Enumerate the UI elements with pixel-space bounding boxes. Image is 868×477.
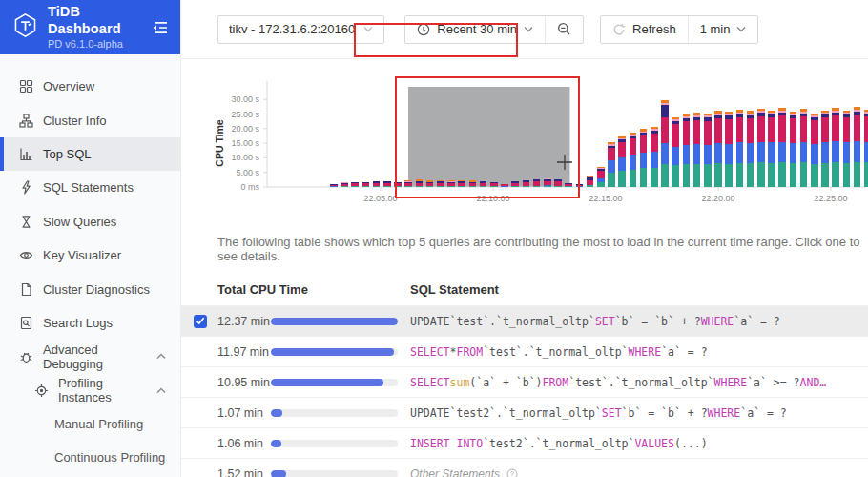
- chart-bar-segment: [426, 186, 434, 187]
- chart-bar-segment: [683, 121, 691, 145]
- sidebar-item-cluster-info[interactable]: Cluster Info: [0, 103, 180, 136]
- chart-bar-segment: [651, 131, 658, 134]
- chart-bar-segment: [778, 162, 786, 187]
- chart-bar-segment: [864, 112, 868, 114]
- chart-bar-segment: [811, 144, 818, 163]
- sidebar-item-advanced-debugging[interactable]: Advanced Debugging: [0, 340, 180, 373]
- sidebar-item-continuous-profiling[interactable]: Continuous Profiling: [0, 441, 180, 474]
- chart-bar-segment: [747, 118, 754, 143]
- chart-brush-selection[interactable]: [408, 87, 569, 187]
- sidebar-item-label: Search Logs: [43, 316, 113, 330]
- y-axis-label: CPU Time: [214, 119, 225, 167]
- tidb-logo-icon: [12, 12, 38, 42]
- chart-bar-segment: [426, 183, 434, 186]
- cpu-time-bar: [271, 348, 410, 356]
- chart-bar-segment: [736, 110, 744, 113]
- refresh-button[interactable]: Refresh: [601, 16, 688, 43]
- chart-bar-segment: [501, 184, 508, 185]
- chart-bar-segment: [704, 115, 712, 117]
- cpu-bar-track: [271, 409, 398, 417]
- table-row-other-statements[interactable]: 1.52 minOther Statements ?: [181, 458, 868, 477]
- chart-bar-segment: [757, 111, 765, 113]
- profiling-instances-target-icon: [34, 384, 49, 398]
- chart-bar-segment: [630, 135, 637, 136]
- cpu-bar-fill: [271, 348, 394, 356]
- cpu-bar-track: [271, 348, 398, 356]
- sidebar-item-search-logs[interactable]: Search Logs: [0, 306, 180, 340]
- table-body: 12.37 minUPDATE `test`.`t_normal_oltp` S…: [181, 305, 868, 477]
- sql-statement-text: SELECT * FROM `test`.`t_normal_oltp` WHE…: [410, 345, 708, 359]
- chart-bar-segment: [480, 183, 487, 186]
- table-row-query[interactable]: 10.95 minSELECT sum (`a` + `b`) FROM `te…: [181, 366, 868, 397]
- chart-bar-segment: [618, 138, 626, 139]
- chart-bar-segment: [790, 163, 797, 187]
- chart-bar-segment: [778, 142, 786, 162]
- chart-bar-segment: [800, 116, 808, 142]
- chart-bar-segment: [544, 179, 551, 181]
- table-row-query[interactable]: 1.06 minINSERT INTO `test2`.`t_normal_ol…: [181, 427, 868, 458]
- chart-bar-segment: [523, 180, 530, 182]
- chart-bar-segment: [821, 111, 829, 113]
- chart-bar-segment: [362, 182, 370, 183]
- chart-bar-segment: [630, 136, 637, 138]
- chart-bar-segment: [362, 183, 370, 186]
- chart-bar-segment: [704, 114, 712, 115]
- sidebar-item-slow-queries[interactable]: Slow Queries: [0, 205, 180, 238]
- zoom-out-time-button[interactable]: [545, 16, 583, 43]
- total-cpu-time-value: 10.95 min: [217, 376, 271, 389]
- sql-token: WHERE: [701, 315, 734, 328]
- chart-bar-segment: [597, 169, 605, 172]
- sidebar-item-sql-statements[interactable]: SQL Statements: [0, 171, 180, 204]
- chart-bar-segment: [693, 144, 701, 163]
- chart-bar-segment: [597, 182, 605, 187]
- chart-bar-segment: [447, 186, 455, 187]
- y-tick-label: 0 ms: [240, 182, 259, 192]
- time-range-group: Recent 30 min: [404, 15, 584, 44]
- sidebar-item-top-sql[interactable]: Top SQL: [0, 137, 180, 171]
- instance-select[interactable]: tikv - 172.31.6.2:20160: [217, 15, 384, 44]
- sidebar-collapse-icon[interactable]: [152, 20, 169, 35]
- chart-bar-segment: [618, 142, 626, 157]
- chart-bar-segment: [426, 180, 434, 182]
- cpu-time-chart[interactable]: 30.00 s25.00 s20.00 s15.00 s10.00 s5.00 …: [181, 67, 868, 210]
- total-cpu-time-value: 1.07 min: [217, 406, 271, 420]
- chart-bar-segment: [778, 113, 786, 116]
- chart-bar-segment: [458, 181, 465, 183]
- sql-token: SELECT: [410, 345, 450, 359]
- key-visualizer-eye-icon: [19, 248, 33, 262]
- chart-bar-segment: [661, 103, 669, 105]
- table-row-query[interactable]: 1.07 minUPDATE `test2`.`t_normal_oltp` S…: [181, 397, 868, 427]
- row-checkbox-checked[interactable]: [194, 315, 207, 328]
- chart-bar-segment: [757, 116, 765, 142]
- sidebar-item-manual-profiling[interactable]: Manual Profiling: [0, 407, 180, 441]
- cluster-info-icon: [19, 114, 33, 128]
- sidebar-item-key-visualizer[interactable]: Key Visualizer: [0, 238, 180, 272]
- time-range-select[interactable]: Recent 30 min: [405, 16, 545, 43]
- chart-bar-segment: [832, 115, 839, 141]
- chart-bar-segment: [640, 132, 648, 134]
- help-icon[interactable]: ?: [506, 468, 518, 477]
- sidebar-item-profiling-instances[interactable]: Profiling Instances: [0, 374, 180, 407]
- chart-bar-segment: [854, 110, 861, 112]
- sql-token: `a` = ?: [734, 315, 779, 328]
- table-row-query[interactable]: 11.97 minSELECT * FROM `test`.`t_normal_…: [181, 336, 868, 366]
- sql-token: UPDATE: [410, 315, 450, 328]
- cpu-bar-track: [271, 318, 398, 325]
- table-row-query[interactable]: 12.37 minUPDATE `test`.`t_normal_oltp` S…: [181, 305, 868, 336]
- auto-refresh-select[interactable]: 1 min: [688, 16, 758, 43]
- sidebar-item-cluster-diagnostics[interactable]: Cluster Diagnostics: [0, 272, 180, 305]
- cpu-bar-track: [271, 440, 398, 447]
- chart-bar-segment: [790, 118, 797, 143]
- sidebar-menu: OverviewCluster InfoTop SQLSQL Statement…: [0, 54, 180, 475]
- checkbox-cell: [181, 315, 217, 328]
- sidebar-item-overview[interactable]: Overview: [0, 70, 180, 103]
- chart-bar-segment: [490, 183, 498, 186]
- auto-refresh-value: 1 min: [700, 22, 731, 36]
- chart-bar-segment: [618, 139, 626, 141]
- chart-bar-segment: [608, 144, 615, 145]
- total-cpu-time-value: 1.06 min: [217, 437, 271, 450]
- chart-bar-segment: [736, 142, 744, 162]
- chart-bar-segment: [843, 142, 851, 162]
- chart-bar-segment: [480, 186, 487, 187]
- chart-bar-segment: [565, 184, 572, 186]
